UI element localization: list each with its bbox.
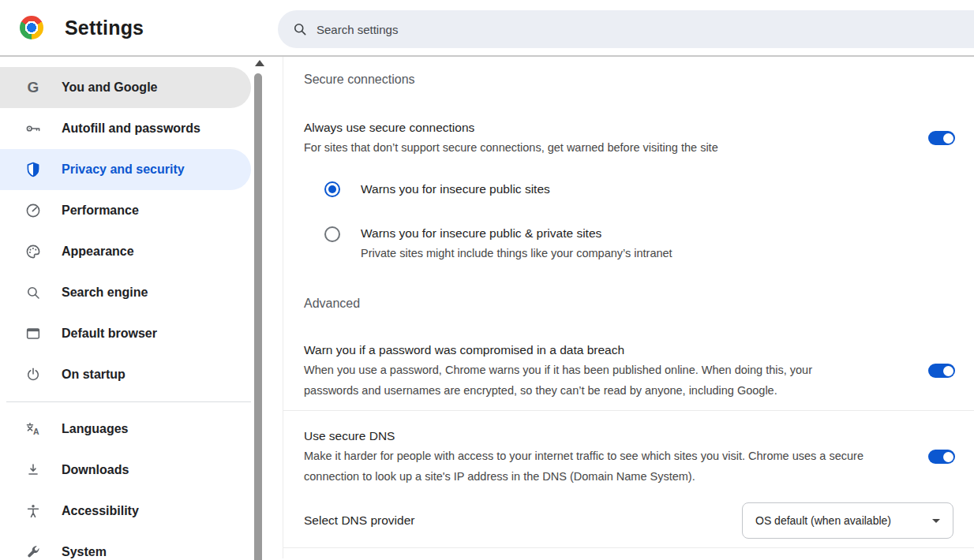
sidebar-item-label: Privacy and security — [62, 162, 185, 177]
chevron-down-icon — [932, 519, 940, 523]
sidebar-item-label: Default browser — [62, 327, 157, 341]
sidebar-item-accessibility[interactable]: Accessibility — [0, 491, 251, 532]
sidebar: G You and Google Autofill and passwords — [0, 57, 283, 558]
sidebar-item-label: Appearance — [62, 245, 134, 259]
power-icon — [24, 365, 43, 384]
content-divider — [283, 410, 974, 411]
setting-title: Use secure DNS — [304, 427, 892, 446]
setting-row-dns-provider: Select DNS provider OS default (when ava… — [304, 502, 955, 539]
radio-option-public-sites[interactable]: Warns you for insecure public sites — [324, 180, 955, 199]
sidebar-item-you-and-google[interactable]: G You and Google — [0, 67, 251, 108]
scrollbar-thumb[interactable] — [254, 73, 262, 560]
sidebar-divider — [6, 401, 251, 402]
search-placeholder: Search settings — [317, 23, 398, 36]
sidebar-item-downloads[interactable]: Downloads — [0, 450, 251, 491]
palette-icon — [24, 242, 43, 261]
section-title-secure-connections: Secure connections — [304, 71, 955, 88]
google-g-icon: G — [24, 78, 43, 97]
toggle-always-use-secure-connections[interactable] — [928, 131, 955, 145]
accessibility-icon — [24, 502, 43, 521]
sidebar-item-label: Downloads — [62, 463, 129, 477]
toggle-password-breach-warning[interactable] — [928, 364, 955, 378]
settings-content: Secure connections Always use secure con… — [283, 57, 974, 558]
wrench-icon — [24, 543, 43, 560]
scrollbar-up-arrow[interactable] — [255, 60, 264, 66]
setting-row-password-breach: Warn you if a password was compromised i… — [304, 341, 955, 401]
sidebar-item-languages[interactable]: A Languages — [0, 409, 251, 450]
sidebar-item-label: You and Google — [62, 80, 157, 95]
sidebar-item-default-browser[interactable]: Default browser — [0, 313, 251, 354]
setting-row-use-secure-dns: Use secure DNS Make it harder for people… — [304, 427, 955, 487]
svg-text:G: G — [28, 79, 39, 95]
secure-connections-radio-group: Warns you for insecure public sites Warn… — [324, 180, 955, 263]
sidebar-item-label: Accessibility — [62, 504, 139, 518]
dns-provider-selected-value: OS default (when available) — [755, 514, 891, 527]
download-icon — [24, 461, 43, 480]
translate-icon: A — [24, 420, 43, 439]
setting-subtitle: When you use a password, Chrome warns yo… — [304, 360, 860, 401]
radio-button-unchecked[interactable] — [324, 226, 340, 242]
sidebar-item-label: On startup — [62, 368, 125, 382]
setting-title: Warn you if a password was compromised i… — [304, 341, 860, 360]
sidebar-item-search-engine[interactable]: Search engine — [0, 272, 251, 313]
sidebar-item-privacy-and-security[interactable]: Privacy and security — [0, 149, 251, 190]
sidebar-item-label: Search engine — [62, 286, 148, 300]
header: Settings Search settings — [0, 0, 974, 57]
sidebar-item-label: System — [62, 545, 107, 559]
sidebar-item-label: Autofill and passwords — [62, 121, 200, 136]
sidebar-item-on-startup[interactable]: On startup — [0, 354, 251, 395]
browser-window-icon — [24, 324, 43, 343]
radio-label: Warns you for insecure public & private … — [361, 224, 672, 243]
sidebar-item-appearance[interactable]: Appearance — [0, 231, 251, 272]
radio-option-public-private-sites[interactable]: Warns you for insecure public & private … — [324, 224, 955, 263]
magnifier-icon — [24, 283, 43, 302]
key-icon — [24, 119, 43, 138]
radio-button-checked[interactable] — [324, 181, 340, 197]
svg-text:A: A — [33, 427, 39, 436]
sidebar-item-performance[interactable]: Performance — [0, 190, 251, 231]
sidebar-item-autofill-and-passwords[interactable]: Autofill and passwords — [0, 108, 251, 149]
chrome-logo-icon — [20, 16, 43, 39]
radio-sublabel: Private sites might include things like … — [361, 243, 672, 263]
shield-icon — [24, 160, 43, 179]
page-title: Settings — [65, 17, 144, 39]
sidebar-item-label: Languages — [62, 422, 128, 436]
speedometer-icon — [24, 201, 43, 220]
dns-provider-label: Select DNS provider — [304, 513, 414, 528]
setting-title: Always use secure connections — [304, 118, 718, 137]
sidebar-item-label: Performance — [62, 203, 139, 218]
dns-provider-select[interactable]: OS default (when available) — [742, 502, 953, 539]
radio-label: Warns you for insecure public sites — [361, 180, 550, 199]
sidebar-item-system[interactable]: System — [0, 532, 251, 560]
setting-row-always-use-secure-connections: Always use secure connections For sites … — [304, 118, 955, 158]
search-input[interactable]: Search settings — [278, 10, 974, 48]
search-icon — [292, 21, 308, 37]
setting-subtitle: Make it harder for people with access to… — [304, 446, 892, 487]
section-title-advanced: Advanced — [304, 295, 955, 312]
toggle-use-secure-dns[interactable] — [928, 450, 955, 464]
content-divider — [283, 547, 974, 548]
setting-subtitle: For sites that don’t support secure conn… — [304, 137, 718, 158]
